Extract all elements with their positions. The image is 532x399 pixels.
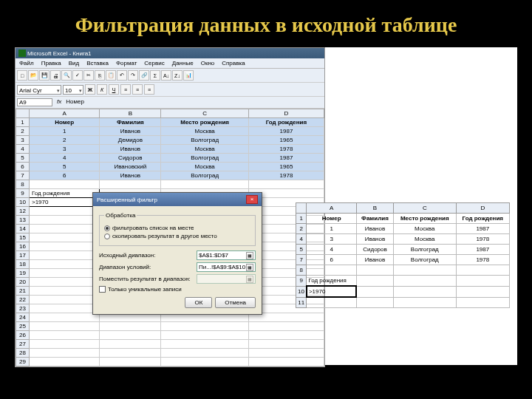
- row-header[interactable]: 8: [16, 180, 30, 189]
- open-icon[interactable]: 📂: [28, 70, 38, 81]
- col-header[interactable]: A: [307, 203, 357, 214]
- row-header[interactable]: 1: [16, 118, 30, 127]
- cell[interactable]: [356, 276, 393, 287]
- cell[interactable]: 1965: [248, 136, 324, 145]
- cell[interactable]: [393, 286, 456, 297]
- cell[interactable]: [30, 287, 100, 296]
- row-header[interactable]: 24: [16, 313, 30, 322]
- cell[interactable]: Иванов: [100, 171, 161, 180]
- cell[interactable]: 1987: [456, 224, 509, 234]
- cell[interactable]: 1: [307, 224, 357, 234]
- row-header[interactable]: 5: [296, 245, 307, 255]
- cell[interactable]: [100, 322, 161, 331]
- cell[interactable]: [30, 216, 100, 225]
- cell[interactable]: [248, 340, 324, 349]
- cell[interactable]: [30, 251, 100, 260]
- unique-checkbox[interactable]: Только уникальные записи: [99, 286, 256, 293]
- name-box[interactable]: A9: [17, 98, 52, 106]
- preview-icon[interactable]: 🔍: [61, 70, 72, 81]
- cell[interactable]: [456, 286, 509, 297]
- cell[interactable]: Год рождения: [307, 276, 357, 287]
- row-header[interactable]: 2: [296, 224, 307, 234]
- col-header[interactable]: B: [100, 109, 161, 118]
- spell-icon[interactable]: ✓: [72, 70, 83, 81]
- row-header[interactable]: 14: [16, 225, 30, 233]
- redo-icon[interactable]: ↷: [128, 70, 138, 81]
- cell[interactable]: [30, 313, 100, 322]
- row-header[interactable]: 15: [16, 233, 30, 242]
- cell[interactable]: Место рождения: [161, 118, 249, 127]
- range-picker-icon[interactable]: ▦: [246, 264, 253, 271]
- link-icon[interactable]: 🔗: [139, 70, 149, 81]
- cell[interactable]: [100, 349, 161, 358]
- cell[interactable]: [248, 349, 324, 358]
- cell[interactable]: 4: [30, 154, 100, 163]
- row-header[interactable]: 13: [16, 216, 30, 225]
- cell[interactable]: Сидоров: [356, 245, 393, 255]
- cell[interactable]: [30, 225, 100, 233]
- align-left-icon[interactable]: ≡: [120, 84, 131, 95]
- cell[interactable]: Волгоград: [161, 154, 249, 163]
- cell[interactable]: [30, 331, 100, 340]
- row-header[interactable]: 18: [16, 260, 30, 269]
- menu-Сервис[interactable]: Сервис: [142, 59, 166, 67]
- cell[interactable]: Номер: [307, 214, 357, 224]
- cell[interactable]: 6: [307, 255, 357, 265]
- cell[interactable]: Сидоров: [100, 154, 161, 163]
- menu-Формат[interactable]: Формат: [114, 59, 139, 67]
- cell[interactable]: [161, 180, 249, 189]
- cell[interactable]: 1: [30, 127, 100, 136]
- cell[interactable]: [100, 358, 161, 366]
- fx-icon[interactable]: fx: [54, 97, 64, 108]
- cell[interactable]: [393, 276, 456, 287]
- row-header[interactable]: 8: [296, 265, 307, 276]
- font-combo[interactable]: Arial Cyr: [17, 85, 61, 95]
- cell[interactable]: [161, 358, 249, 366]
- row-header[interactable]: 7: [16, 171, 30, 180]
- menu-Справка[interactable]: Справка: [219, 59, 247, 67]
- row-header[interactable]: 5: [16, 154, 30, 163]
- menu-Файл[interactable]: Файл: [17, 59, 36, 67]
- row-header[interactable]: 9: [296, 276, 307, 287]
- col-header[interactable]: D: [456, 203, 509, 214]
- row-header[interactable]: 23: [16, 304, 30, 313]
- cell[interactable]: [161, 331, 249, 340]
- cell[interactable]: [30, 349, 100, 358]
- cell[interactable]: 2: [30, 136, 100, 145]
- cell[interactable]: [456, 297, 509, 307]
- cell[interactable]: Москва: [161, 127, 249, 136]
- cell[interactable]: [100, 180, 161, 189]
- cell[interactable]: [30, 269, 100, 278]
- menu-Данные[interactable]: Данные: [170, 59, 196, 67]
- row-header[interactable]: 9: [16, 189, 30, 198]
- cell[interactable]: 1987: [248, 154, 324, 163]
- cell[interactable]: Москва: [161, 163, 249, 171]
- col-header[interactable]: C: [393, 203, 456, 214]
- cell[interactable]: 1978: [248, 171, 324, 180]
- cell[interactable]: 6: [30, 171, 100, 180]
- sum-icon[interactable]: Σ: [150, 70, 160, 81]
- cell[interactable]: Демидов: [100, 136, 161, 145]
- menu-Окно[interactable]: Окно: [199, 59, 217, 67]
- cell[interactable]: [456, 265, 509, 276]
- row-header[interactable]: 26: [16, 331, 30, 340]
- cut-icon[interactable]: ✂: [83, 70, 94, 81]
- underline-icon[interactable]: Ч: [109, 84, 119, 95]
- cell[interactable]: Год рождения: [248, 118, 324, 127]
- cell[interactable]: [161, 322, 249, 331]
- row-header[interactable]: 1: [296, 214, 307, 224]
- row-header[interactable]: 17: [16, 251, 30, 260]
- row-header[interactable]: 10: [296, 286, 307, 297]
- sort-asc-icon[interactable]: A↓: [161, 70, 171, 81]
- cell[interactable]: Иванов: [356, 224, 393, 234]
- col-header[interactable]: A: [30, 109, 100, 118]
- cell[interactable]: [30, 233, 100, 242]
- cell[interactable]: Иванов: [100, 145, 161, 154]
- col-header[interactable]: [16, 109, 30, 118]
- cell[interactable]: Волгоград: [393, 255, 456, 265]
- cell[interactable]: >1970: [30, 198, 100, 207]
- cell[interactable]: [30, 296, 100, 304]
- cell[interactable]: [30, 340, 100, 349]
- cell[interactable]: Ивановский: [100, 163, 161, 171]
- menu-Вставка[interactable]: Вставка: [84, 59, 111, 67]
